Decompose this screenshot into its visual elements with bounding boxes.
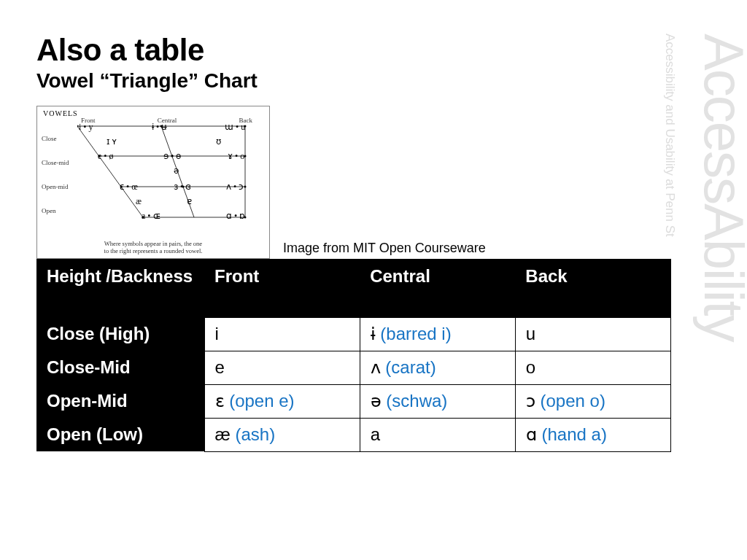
svg-point-26 xyxy=(120,186,123,188)
table-row: Close-Mideʌ (carat)o xyxy=(36,351,671,384)
diagram-caption-2: to the right represents a rounded vowel. xyxy=(104,247,203,254)
ipa-symbol: u xyxy=(526,324,535,343)
svg-point-27 xyxy=(182,186,185,188)
th-height-backness: Height /Backness xyxy=(36,259,204,317)
svg-point-29 xyxy=(142,217,144,219)
table-cell: ɨ (barred i) xyxy=(360,317,515,351)
svg-text:ɐ: ɐ xyxy=(187,196,192,206)
table-cell: ɔ (open o) xyxy=(515,384,670,418)
table-body: Close (High)iɨ (barred i)uClose-Mideʌ (c… xyxy=(36,317,671,451)
ipa-name: (open o) xyxy=(540,391,605,411)
table-cell: a xyxy=(360,418,515,451)
svg-text:ʊ: ʊ xyxy=(216,136,221,147)
row-label: Open (Low) xyxy=(36,418,204,451)
page-title: Also a table xyxy=(36,33,703,68)
table-cell: o xyxy=(515,351,670,384)
table-row: Open-Midɛ (open e)ə (schwa)ɔ (open o) xyxy=(36,384,671,418)
svg-text:ɪ  ʏ: ɪ ʏ xyxy=(107,136,117,147)
watermark-subtitle: Accessibility and Usability at Penn St xyxy=(662,34,677,237)
ipa-symbol: ɨ xyxy=(371,324,376,343)
table-cell: ʌ (carat) xyxy=(360,351,515,384)
ipa-name: (schwa) xyxy=(386,391,447,411)
ipa-symbol: e xyxy=(215,357,225,377)
svg-point-28 xyxy=(244,186,247,188)
th-central: Central xyxy=(360,259,515,317)
diagram-row-openmid: Open-mid xyxy=(42,175,69,199)
row-label: Close-Mid xyxy=(36,351,204,384)
ipa-name: (ash) xyxy=(236,424,276,444)
svg-point-24 xyxy=(171,155,174,158)
table-cell: ɑ (hand a) xyxy=(515,418,670,451)
table-header-row: Height /Backness Front Central Back xyxy=(36,259,671,317)
diagram-row: VOWELS Front Central Back Close Close-mi… xyxy=(36,106,703,259)
ipa-symbol: ɔ xyxy=(526,391,535,411)
diagram-row-close: Close xyxy=(42,127,69,151)
ipa-symbol: o xyxy=(526,357,535,377)
svg-text:ə: ə xyxy=(174,166,179,176)
svg-text:a • ɶ: a • ɶ xyxy=(142,211,160,221)
diagram-row-open: Open xyxy=(42,199,69,223)
diagram-row-closemid: Close-mid xyxy=(42,151,69,175)
diagram-row-labels: Close Close-mid Open-mid Open xyxy=(42,127,69,223)
ipa-symbol: æ xyxy=(215,424,231,444)
ipa-symbol: ɛ xyxy=(215,391,225,411)
table-row: Close (High)iɨ (barred i)u xyxy=(36,317,671,351)
ipa-name: (hand a) xyxy=(541,424,606,444)
ipa-name: (carat) xyxy=(385,357,436,377)
ipa-name: (barred i) xyxy=(380,324,451,343)
diagram-caption-1: Where symbols appear in pairs, the one xyxy=(104,240,202,247)
svg-text:ɑ • ɒ: ɑ • ɒ xyxy=(226,211,245,221)
ipa-symbol: ʌ xyxy=(371,357,381,377)
trapezoid-svg: i • yɨ • ʉɯ • u ɪ ʏʊ e • øɘ • ɵɤ • o ə ɛ… xyxy=(77,122,252,225)
vowel-trapezoid-diagram: VOWELS Front Central Back Close Close-mi… xyxy=(36,106,270,259)
table-cell: ɛ (open e) xyxy=(204,384,360,418)
table-cell: ə (schwa) xyxy=(360,384,515,418)
diagram-caption: Where symbols appear in pairs, the one t… xyxy=(37,241,269,255)
svg-point-23 xyxy=(98,155,101,158)
svg-point-21 xyxy=(160,125,163,128)
svg-text:i • y: i • y xyxy=(79,122,93,132)
svg-text:ɤ • o: ɤ • o xyxy=(228,151,244,161)
th-back: Back xyxy=(515,259,670,317)
th-front: Front xyxy=(204,259,360,317)
svg-point-30 xyxy=(244,217,247,219)
table-cell: e xyxy=(204,351,360,384)
ipa-name: (open e) xyxy=(229,391,294,411)
ipa-symbol: a xyxy=(371,424,380,444)
table-cell: i xyxy=(204,317,360,351)
page-subtitle: Vowel “Triangle” Chart xyxy=(36,69,703,93)
slide: Also a table Vowel “Triangle” Chart VOWE… xyxy=(0,0,747,560)
row-label: Open-Mid xyxy=(36,384,204,418)
ipa-symbol: ɑ xyxy=(526,424,537,444)
svg-text:ɛ • œ: ɛ • œ xyxy=(120,182,138,192)
ipa-symbol: ə xyxy=(371,391,382,411)
svg-point-22 xyxy=(244,125,247,128)
table-cell: æ (ash) xyxy=(204,418,360,451)
table-cell: u xyxy=(515,317,670,351)
svg-text:ɨ • ʉ: ɨ • ʉ xyxy=(152,122,167,132)
svg-text:ɯ • u: ɯ • u xyxy=(225,122,245,132)
image-credit: Image from MIT Open Courseware xyxy=(283,241,486,256)
ipa-symbol: i xyxy=(215,324,219,343)
svg-text:ʌ • ɔ: ʌ • ɔ xyxy=(226,182,244,192)
svg-text:æ: æ xyxy=(136,196,142,206)
svg-point-25 xyxy=(244,155,247,158)
table-row: Open (Low)æ (ash)aɑ (hand a) xyxy=(36,418,671,451)
vowel-table: Height /Backness Front Central Back Clos… xyxy=(36,259,671,452)
row-label: Close (High) xyxy=(36,317,204,351)
